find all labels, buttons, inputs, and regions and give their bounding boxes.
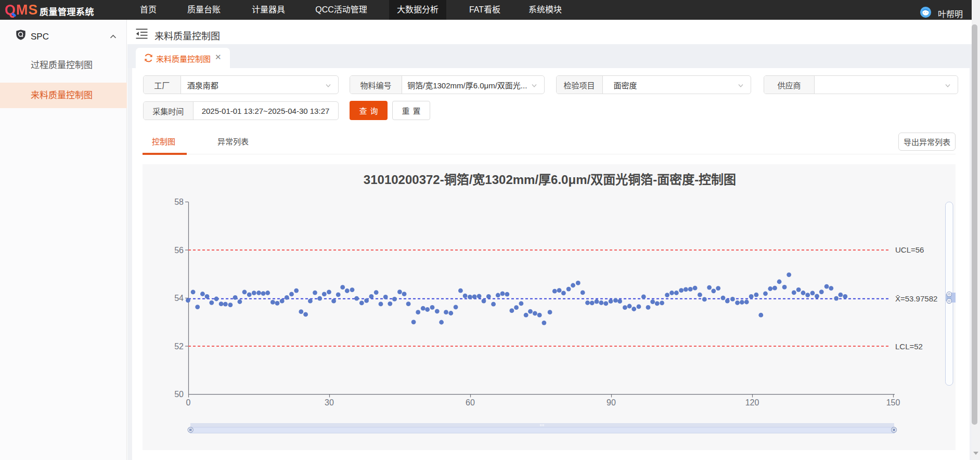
svg-text:0: 0	[186, 398, 191, 407]
svg-text:60: 60	[466, 398, 475, 407]
svg-text:50: 50	[174, 390, 184, 399]
svg-text:54: 54	[174, 294, 184, 303]
svg-text:150: 150	[886, 398, 900, 407]
svg-text:58: 58	[174, 198, 184, 206]
svg-text:52: 52	[174, 342, 184, 351]
svg-text:LCL=52: LCL=52	[895, 342, 923, 351]
svg-text:31010200372-铜箔/宽1302mm/厚6.0μm/: 31010200372-铜箔/宽1302mm/厚6.0μm/双面光铜箔-面密度-…	[364, 173, 736, 187]
svg-text:30: 30	[325, 398, 334, 407]
svg-text:56: 56	[174, 246, 184, 255]
svg-text:UCL=56: UCL=56	[895, 245, 924, 254]
svg-text:X̄=53.97582: X̄=53.97582	[895, 294, 937, 303]
svg-text:120: 120	[745, 398, 759, 407]
svg-text:90: 90	[607, 398, 616, 407]
